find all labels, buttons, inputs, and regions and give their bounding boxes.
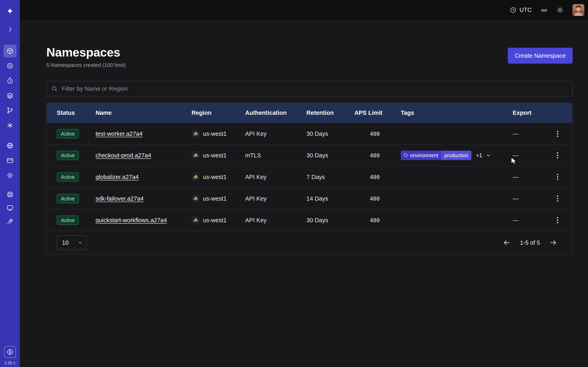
export-value: —	[513, 152, 543, 159]
table-row: Active globalizer.a27a4 us-west1 API Key…	[47, 166, 572, 188]
status-badge: Active	[57, 194, 79, 203]
sidebar-item-billing[interactable]	[3, 154, 17, 167]
table-row: Active test-worker.a27a4 us-west1 API Ke…	[47, 123, 572, 144]
clock-icon	[510, 7, 517, 13]
layers-icon	[6, 92, 14, 99]
export-value: —	[513, 131, 543, 137]
gcp-cloud-icon	[191, 130, 200, 138]
auth-value: API Key	[245, 174, 306, 180]
usage-button[interactable]	[4, 346, 16, 358]
chevron-down-icon	[78, 240, 83, 245]
col-status: Status	[57, 109, 95, 116]
avatar-image	[572, 4, 584, 16]
sidebar-item-monitor[interactable]	[3, 202, 17, 214]
retention-value: 7 Days	[306, 174, 355, 180]
labs-toggle-button[interactable]	[541, 7, 548, 13]
row-menu-button[interactable]	[554, 150, 561, 161]
theme-toggle-button[interactable]	[557, 7, 563, 13]
sidebar-item-settings[interactable]	[3, 169, 17, 182]
app-version: 2.35.1	[4, 361, 16, 365]
pagination-range: 1-5 of 5	[520, 239, 540, 246]
table-footer: 10 1-5 of 5	[47, 231, 572, 254]
cube-icon	[6, 47, 14, 55]
lifebuoy-icon	[6, 191, 14, 198]
sidebar-item-support[interactable]	[3, 189, 17, 200]
expand-tags-chevron-icon[interactable]	[485, 152, 492, 158]
timezone-selector[interactable]: UTC	[510, 7, 532, 13]
page-subtitle: 5 Namespaces created (100 limit)	[46, 62, 126, 68]
kebab-icon	[556, 152, 559, 159]
target-icon	[6, 62, 14, 69]
create-namespace-button[interactable]: Create Namespace	[508, 48, 573, 64]
gcp-cloud-icon	[191, 194, 200, 203]
aps-value: 400	[355, 174, 401, 180]
region-label: us-west1	[203, 174, 227, 180]
region-label: us-west1	[203, 195, 227, 202]
kebab-icon	[556, 130, 559, 137]
sidebar-item-target[interactable]	[3, 59, 17, 72]
retention-value: 30 Days	[306, 217, 355, 224]
col-tags: Tags	[401, 109, 513, 116]
table-row: Active quickstart-workflows.a27a4 us-wes…	[47, 209, 572, 231]
arrow-right-icon	[549, 239, 557, 247]
retention-value: 14 Days	[306, 195, 355, 202]
status-badge: Active	[57, 151, 79, 160]
row-menu-button[interactable]	[554, 128, 561, 140]
kebab-icon	[556, 195, 559, 202]
region-label: us-west1	[203, 217, 227, 224]
sidebar-nav: 2.35.1	[0, 0, 20, 367]
dollar-icon	[6, 348, 14, 356]
row-menu-button[interactable]	[554, 215, 561, 226]
filter-input[interactable]	[46, 81, 573, 96]
user-avatar[interactable]	[572, 4, 584, 16]
col-name: Name	[95, 109, 191, 116]
pagination-controls: 1-5 of 5	[503, 239, 557, 247]
namespace-link[interactable]: test-worker.a27a4	[95, 131, 143, 137]
sidebar-group-help	[3, 189, 17, 229]
aps-value: 400	[355, 131, 401, 137]
sidebar-item-layers[interactable]	[3, 89, 17, 102]
namespace-link[interactable]: globalizer.a27a4	[95, 174, 139, 180]
logo-star-icon	[6, 7, 14, 15]
sun-icon	[557, 7, 563, 13]
kebab-icon	[556, 217, 559, 224]
namespace-link[interactable]: quickstart-workflows.a27a4	[95, 217, 167, 224]
retention-value: 30 Days	[306, 152, 355, 159]
tag-pill[interactable]: environment production	[401, 151, 471, 160]
chevron-right-icon	[6, 26, 14, 33]
export-value: —	[513, 217, 543, 224]
status-badge: Active	[57, 172, 79, 182]
sidebar-group-secondary	[3, 139, 17, 184]
search-icon	[51, 85, 58, 92]
col-retention: Retention	[306, 109, 355, 116]
aps-value: 400	[355, 196, 401, 202]
gcp-cloud-icon	[191, 173, 200, 181]
namespace-link[interactable]: checkout-prod.a27a4	[95, 152, 151, 159]
sidebar-expand-button[interactable]	[3, 23, 17, 36]
auth-value: API Key	[245, 217, 306, 224]
aps-value: 400	[355, 217, 401, 224]
prev-page-button[interactable]	[503, 239, 511, 247]
row-menu-button[interactable]	[554, 171, 561, 183]
sidebar-item-getting-started[interactable]	[3, 216, 17, 227]
page-header: Namespaces 5 Namespaces created (100 lim…	[46, 46, 573, 68]
sidebar-item-namespaces[interactable]	[3, 44, 17, 58]
row-menu-button[interactable]	[554, 193, 561, 204]
sidebar-item-globe[interactable]	[3, 139, 17, 152]
status-badge: Active	[57, 129, 79, 138]
aps-value: 400	[355, 152, 401, 159]
sidebar-item-asterisk[interactable]	[3, 119, 17, 132]
rocket-icon	[6, 218, 14, 225]
auth-value: mTLS	[245, 152, 306, 159]
export-value: —	[513, 195, 543, 202]
region-label: us-west1	[203, 131, 227, 137]
main-area: UTC Namespaces	[20, 0, 588, 367]
sidebar-item-timer[interactable]	[3, 74, 17, 87]
next-page-button[interactable]	[549, 239, 557, 247]
timer-icon	[6, 77, 14, 84]
more-tags-count: +1	[476, 152, 482, 159]
temporal-logo[interactable]	[3, 4, 17, 17]
page-size-select[interactable]: 10	[57, 235, 86, 250]
sidebar-item-workflow[interactable]	[3, 104, 17, 117]
namespace-link[interactable]: sdk-failover.a27a4	[95, 195, 144, 202]
